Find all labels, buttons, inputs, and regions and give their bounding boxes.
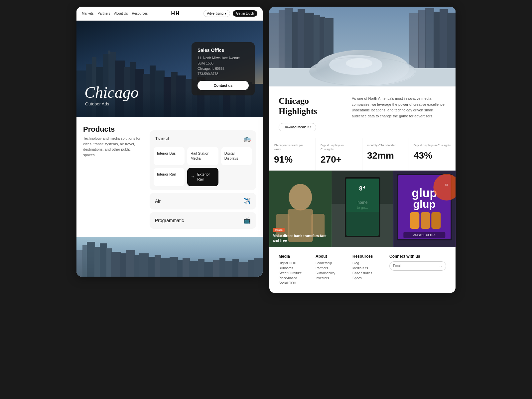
air-label: Air bbox=[155, 199, 161, 204]
footer-link-sustainability[interactable]: Sustainability bbox=[316, 271, 347, 275]
transit-header[interactable]: Transit 🚌 bbox=[150, 130, 256, 147]
transit-item-rail-station[interactable]: Rail Station Media bbox=[187, 147, 218, 165]
products-grid: Transit 🚌 Interior Bus Rail Station Medi… bbox=[150, 130, 256, 229]
stat-ridership: monthly CTA ridership 32mm bbox=[362, 138, 409, 170]
svg-rect-32 bbox=[87, 242, 95, 277]
svg-rect-30 bbox=[76, 250, 83, 277]
air-icon: ✈️ bbox=[243, 198, 251, 205]
sales-office-address: 11. North Milwaukee Avenue Suite 1500 Ch… bbox=[198, 56, 249, 77]
svg-rect-70 bbox=[434, 12, 440, 73]
browser-card: Markets Partners About Us Resources HH A… bbox=[76, 7, 263, 277]
footer-link-social-ooh[interactable]: Social OOH bbox=[279, 281, 310, 285]
transit-item-digital-displays[interactable]: Digital Displays bbox=[221, 147, 252, 165]
advertising-label: Advertising bbox=[207, 12, 223, 15]
email-input-row[interactable]: → bbox=[389, 261, 446, 271]
svg-point-77 bbox=[346, 58, 372, 68]
ad-text-creaco: Make direct bank transfers fast and free bbox=[273, 233, 328, 243]
svg-text:$5: $5 bbox=[445, 183, 448, 186]
svg-rect-72 bbox=[447, 13, 456, 73]
svg-rect-60 bbox=[285, 8, 293, 73]
programmatic-label: Programmatic bbox=[155, 218, 184, 223]
footer-link-specs[interactable]: Specs bbox=[352, 276, 384, 280]
svg-rect-49 bbox=[204, 262, 214, 277]
bottom-skyline-svg bbox=[76, 237, 263, 277]
stat-reach-value: 91% bbox=[274, 154, 311, 165]
nav-bar: Markets Partners About Us Resources HH A… bbox=[76, 7, 263, 21]
svg-rect-63 bbox=[304, 13, 314, 73]
svg-rect-90 bbox=[346, 179, 379, 212]
footer-link-media-kits[interactable]: Media Kits bbox=[352, 266, 384, 270]
products-title: Products bbox=[83, 125, 143, 134]
footer-resources-title: Resources bbox=[352, 254, 384, 259]
footer-link-leadership[interactable]: Leadership bbox=[316, 261, 347, 265]
footer-connect: Connect with us → bbox=[389, 254, 446, 286]
sales-office-card: Sales Office 11. North Milwaukee Avenue … bbox=[192, 42, 255, 95]
get-in-touch-button[interactable]: Get in touch bbox=[233, 10, 257, 17]
transit-label: Transit bbox=[155, 136, 169, 141]
svg-rect-40 bbox=[139, 253, 149, 277]
nav-markets[interactable]: Markets bbox=[82, 12, 94, 15]
svg-rect-51 bbox=[219, 258, 225, 277]
highlights-right: As one of North America's most innovativ… bbox=[352, 96, 446, 131]
svg-rect-48 bbox=[198, 259, 204, 277]
ad-bg-home: home to go... 8⁴ bbox=[332, 171, 394, 247]
footer-link-place-based[interactable]: Place-based bbox=[279, 276, 310, 280]
svg-text:8⁴: 8⁴ bbox=[359, 185, 366, 192]
air-category[interactable]: Air ✈️ bbox=[150, 193, 256, 209]
footer-link-digital-ooh[interactable]: Digital OOH bbox=[279, 261, 310, 265]
svg-rect-43 bbox=[160, 258, 170, 277]
footer-link-billboards[interactable]: Billboards bbox=[279, 266, 310, 270]
footer-link-blog[interactable]: Blog bbox=[352, 261, 384, 265]
svg-text:AMSTEL ULTRA: AMSTEL ULTRA bbox=[413, 233, 436, 237]
ad-glup-svg: glup glup AMSTEL ULTRA $5 bbox=[393, 171, 456, 247]
stat-digital-value: 43% bbox=[414, 150, 451, 161]
transit-item-interior-rail[interactable]: Interior Rail bbox=[154, 168, 185, 186]
nav-resources[interactable]: Resources bbox=[132, 12, 148, 15]
chevron-down-icon: ▾ bbox=[225, 12, 226, 15]
programmatic-category[interactable]: Programmatic 📺 bbox=[150, 212, 256, 229]
products-description: Technology and media solutions for citie… bbox=[83, 136, 143, 158]
nav-partners[interactable]: Partners bbox=[98, 12, 110, 15]
sales-office-title: Sales Office bbox=[198, 48, 249, 53]
nav-links: Markets Partners About Us Resources bbox=[82, 12, 148, 15]
highlights-section: Chicago Highlights Dowload Media Kit As … bbox=[269, 86, 456, 138]
svg-rect-59 bbox=[279, 10, 285, 73]
footer-resources: Resources Blog Media Kits Case Studies S… bbox=[352, 254, 384, 286]
footer-link-street-furniture[interactable]: Street Furniture bbox=[279, 271, 310, 275]
transit-item-exterior-rail[interactable]: → Exterior Rail bbox=[187, 168, 218, 186]
svg-rect-53 bbox=[232, 259, 239, 277]
svg-rect-38 bbox=[126, 250, 135, 277]
svg-rect-47 bbox=[189, 261, 199, 277]
bottom-city-strip bbox=[76, 237, 263, 277]
svg-rect-39 bbox=[134, 255, 140, 277]
download-media-kit-button[interactable]: Dowload Media Kit bbox=[279, 123, 316, 131]
nav-about[interactable]: About Us bbox=[114, 12, 128, 15]
chicago-bean-svg bbox=[269, 7, 456, 86]
svg-rect-71 bbox=[440, 9, 448, 73]
contact-us-button[interactable]: Contact us bbox=[198, 81, 249, 90]
transit-category: Transit 🚌 Interior Bus Rail Station Medi… bbox=[150, 130, 256, 190]
footer-connect-title: Connect with us bbox=[389, 254, 446, 259]
stat-digital-label: Digital displays in Chicago's bbox=[414, 144, 451, 148]
hero-subtitle: Outdoor Ads bbox=[85, 101, 109, 106]
ad-card-creaco: creaco Make direct bank transfers fast a… bbox=[269, 171, 332, 247]
transit-item-interior-bus[interactable]: Interior Bus bbox=[154, 147, 185, 165]
hero-section: Chicago Outdoor Ads Sales Office 11. Nor… bbox=[76, 21, 263, 117]
stat-reach: Chicagoans reach per week 91% bbox=[269, 138, 316, 170]
svg-rect-62 bbox=[298, 9, 305, 73]
svg-rect-33 bbox=[94, 247, 100, 277]
svg-rect-56 bbox=[254, 258, 263, 277]
email-input[interactable] bbox=[393, 264, 435, 268]
footer-link-case-studies[interactable]: Case Studies bbox=[352, 271, 384, 275]
svg-rect-61 bbox=[292, 12, 298, 73]
advertising-button[interactable]: Advertising ▾ bbox=[203, 10, 230, 17]
products-section: Products Technology and media solutions … bbox=[76, 117, 263, 237]
footer-link-investors[interactable]: Investors bbox=[316, 276, 347, 280]
email-submit-arrow[interactable]: → bbox=[438, 263, 443, 269]
svg-rect-55 bbox=[248, 260, 255, 277]
footer-link-partners[interactable]: Partners bbox=[316, 266, 347, 270]
svg-rect-45 bbox=[177, 260, 183, 277]
svg-rect-58 bbox=[269, 13, 279, 73]
ad-card-home: home to go... 8⁴ bbox=[332, 171, 394, 247]
ads-row: creaco Make direct bank transfers fast a… bbox=[269, 171, 456, 247]
